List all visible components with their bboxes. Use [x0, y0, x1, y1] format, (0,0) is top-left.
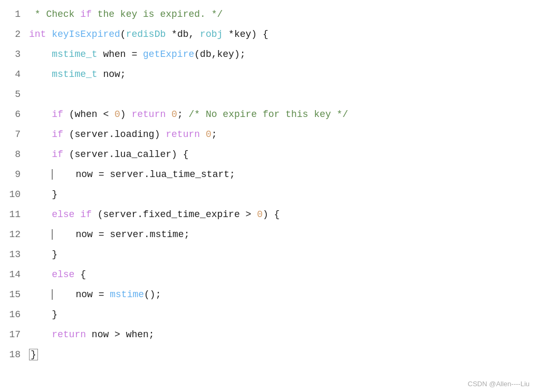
- watermark: CSDN @Allen----Liu: [468, 380, 530, 388]
- line-content: }: [29, 345, 538, 365]
- code-line: 6 if (when < 0) return 0; /* No expire f…: [0, 104, 538, 124]
- line-content: else if (server.fixed_time_expire > 0) {: [29, 204, 538, 224]
- line-content: mstime_t when = getExpire(db,key);: [29, 44, 538, 64]
- code-line: 2int keyIsExpired(redisDb *db, robj *key…: [0, 24, 538, 44]
- indent-guide: [52, 229, 53, 240]
- line-number: 9: [0, 164, 29, 184]
- line-number: 3: [0, 44, 29, 64]
- code-line: 4 mstime_t now;: [0, 64, 538, 84]
- line-content: mstime_t now;: [29, 64, 538, 84]
- code-line: 9 now = server.lua_time_start;: [0, 164, 538, 184]
- line-content: if (server.lua_caller) {: [29, 144, 538, 164]
- code-line: 12 now = server.mstime;: [0, 224, 538, 244]
- code-line: 14 else {: [0, 264, 538, 285]
- line-number: 5: [0, 84, 29, 104]
- code-line: 18}: [0, 345, 538, 365]
- line-content: return now > when;: [29, 325, 538, 345]
- code-line: 3 mstime_t when = getExpire(db,key);: [0, 44, 538, 64]
- code-line: 13 }: [0, 244, 538, 264]
- code-line: 10 }: [0, 184, 538, 204]
- line-number: 6: [0, 104, 29, 124]
- line-number: 13: [0, 244, 29, 264]
- line-number: 1: [0, 4, 29, 24]
- code-line: 8 if (server.lua_caller) {: [0, 144, 538, 164]
- line-number: 17: [0, 325, 29, 345]
- line-content: now = server.mstime;: [29, 224, 538, 244]
- code-line: 16 }: [0, 305, 538, 325]
- line-number: 4: [0, 64, 29, 84]
- code-line: 7 if (server.loading) return 0;: [0, 124, 538, 144]
- line-content: [29, 84, 538, 104]
- indent-guide: [52, 289, 53, 300]
- line-content: }: [29, 244, 538, 264]
- line-content: * Check if the key is expired. */: [29, 4, 538, 24]
- line-number: 15: [0, 285, 29, 305]
- line-content: int keyIsExpired(redisDb *db, robj *key)…: [29, 24, 538, 44]
- line-content: else {: [29, 264, 538, 285]
- line-number: 11: [0, 204, 29, 224]
- line-content: now = server.lua_time_start;: [29, 164, 538, 184]
- line-number: 16: [0, 305, 29, 325]
- line-number: 7: [0, 124, 29, 144]
- code-line: 15 now = mstime();: [0, 285, 538, 305]
- line-content: }: [29, 184, 538, 204]
- line-content: if (when < 0) return 0; /* No expire for…: [29, 104, 538, 124]
- line-number: 8: [0, 144, 29, 164]
- line-content: if (server.loading) return 0;: [29, 124, 538, 144]
- code-block: 1 * Check if the key is expired. */2int …: [0, 0, 538, 392]
- line-number: 10: [0, 184, 29, 204]
- line-number: 12: [0, 224, 29, 244]
- line-number: 2: [0, 24, 29, 44]
- code-line: 11 else if (server.fixed_time_expire > 0…: [0, 204, 538, 224]
- code-line: 1 * Check if the key is expired. */: [0, 4, 538, 24]
- code-container: 1 * Check if the key is expired. */2int …: [0, 0, 538, 392]
- code-line: 17 return now > when;: [0, 325, 538, 345]
- line-content: }: [29, 305, 538, 325]
- line-number: 14: [0, 264, 29, 285]
- line-content: now = mstime();: [29, 285, 538, 305]
- indent-guide: [52, 169, 53, 180]
- line-number: 18: [0, 345, 29, 365]
- code-line: 5: [0, 84, 538, 104]
